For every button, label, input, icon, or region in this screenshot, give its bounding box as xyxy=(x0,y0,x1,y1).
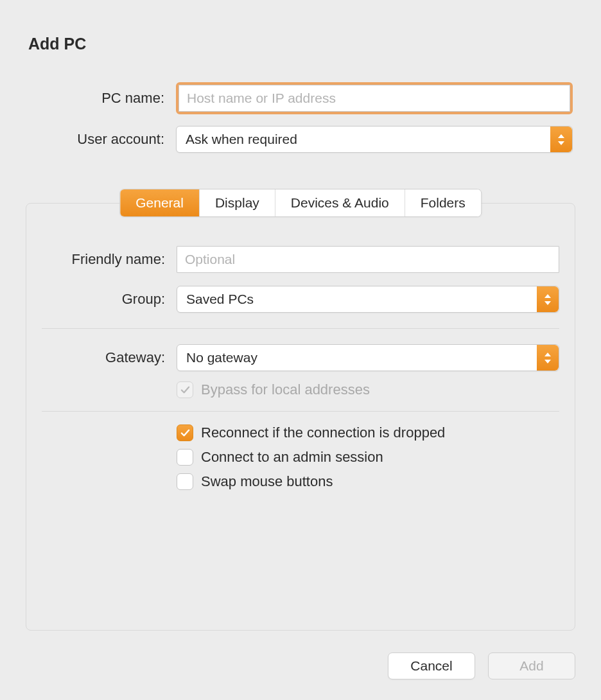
dialog-buttons: Cancel Add xyxy=(388,652,575,679)
gateway-label: Gateway: xyxy=(42,349,177,366)
reconnect-checkbox[interactable] xyxy=(177,424,193,441)
swap-mouse-checkbox[interactable] xyxy=(177,473,193,490)
checkmark-icon xyxy=(180,428,190,438)
tab-folders[interactable]: Folders xyxy=(405,189,481,216)
dialog-title: Add PC xyxy=(28,35,86,53)
pc-name-input[interactable] xyxy=(179,85,570,112)
group-value: Saved PCs xyxy=(186,292,254,307)
separator xyxy=(42,411,559,412)
reconnect-label: Reconnect if the connection is dropped xyxy=(201,424,445,441)
separator xyxy=(42,328,559,329)
pc-name-label: PC name: xyxy=(28,90,176,107)
connection-form: PC name: User account: Ask when required xyxy=(28,82,573,164)
admin-session-checkbox[interactable] xyxy=(177,449,193,466)
group-label: Group: xyxy=(42,291,177,308)
add-button: Add xyxy=(488,652,575,679)
user-account-label: User account: xyxy=(28,131,176,148)
pc-name-focus-ring xyxy=(176,82,573,114)
gateway-select[interactable]: No gateway xyxy=(177,344,559,371)
chevron-up-down-icon xyxy=(537,286,559,312)
tab-devices-audio[interactable]: Devices & Audio xyxy=(275,189,405,216)
chevron-up-down-icon xyxy=(537,345,559,371)
tab-content-panel: Friendly name: Group: Saved PCs xyxy=(26,203,575,631)
bypass-checkbox xyxy=(177,381,193,398)
friendly-name-input[interactable] xyxy=(177,246,559,273)
group-select[interactable]: Saved PCs xyxy=(177,286,559,313)
tab-bar: General Display Devices & Audio Folders xyxy=(119,189,482,217)
friendly-name-label: Friendly name: xyxy=(42,251,177,268)
user-account-value: Ask when required xyxy=(186,132,297,147)
tab-display[interactable]: Display xyxy=(200,189,275,216)
settings-tab-panel: Friendly name: Group: Saved PCs xyxy=(26,189,575,631)
admin-session-label: Connect to an admin session xyxy=(201,449,383,466)
gateway-value: No gateway xyxy=(186,350,257,365)
bypass-label: Bypass for local addresses xyxy=(201,381,370,398)
chevron-up-down-icon xyxy=(550,127,572,152)
checkmark-icon xyxy=(180,385,190,395)
swap-mouse-label: Swap mouse buttons xyxy=(201,473,333,490)
cancel-button[interactable]: Cancel xyxy=(388,652,475,679)
tab-general[interactable]: General xyxy=(120,189,200,216)
user-account-select[interactable]: Ask when required xyxy=(176,126,573,153)
